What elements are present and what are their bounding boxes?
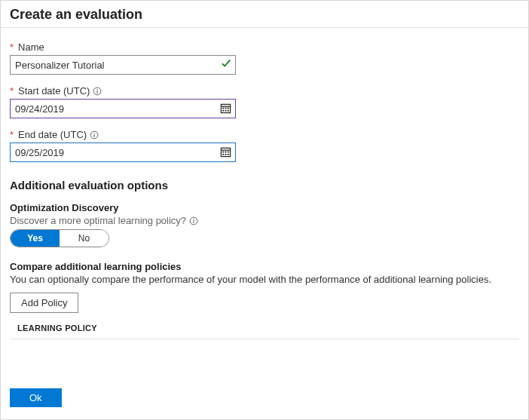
optimization-toggle[interactable]: Yes No xyxy=(10,229,109,247)
panel-body: * Name * Start date (UTC) xyxy=(1,28,528,348)
svg-rect-9 xyxy=(225,110,227,112)
svg-rect-17 xyxy=(225,152,227,153)
svg-rect-20 xyxy=(225,154,227,155)
svg-rect-5 xyxy=(222,108,224,109)
svg-rect-8 xyxy=(222,110,224,112)
svg-rect-16 xyxy=(222,152,224,153)
name-label-row: * Name xyxy=(10,41,519,53)
end-date-input-wrap xyxy=(10,143,236,162)
field-end-date: * End date (UTC) xyxy=(10,129,519,162)
toggle-yes[interactable]: Yes xyxy=(11,230,60,247)
svg-rect-23 xyxy=(194,220,194,223)
ok-button[interactable]: Ok xyxy=(10,388,62,407)
optimization-discovery-desc: Discover a more optimal learning policy? xyxy=(10,215,186,226)
compare-policies-desc: You can optionally compare the performan… xyxy=(10,274,519,285)
svg-rect-21 xyxy=(228,154,229,155)
svg-rect-10 xyxy=(228,110,229,112)
required-star-icon: * xyxy=(10,41,14,53)
info-icon[interactable] xyxy=(90,130,99,139)
compare-policies-heading: Compare additional learning policies xyxy=(10,261,519,272)
info-icon[interactable] xyxy=(93,87,102,96)
calendar-icon[interactable] xyxy=(220,146,231,160)
svg-rect-2 xyxy=(97,89,98,90)
required-star-icon: * xyxy=(10,129,14,140)
start-date-label-row: * Start date (UTC) xyxy=(10,85,519,97)
name-input[interactable] xyxy=(10,55,236,75)
name-label: Name xyxy=(18,41,44,53)
name-input-wrap xyxy=(10,55,236,75)
panel-title: Create an evaluation xyxy=(10,7,519,23)
svg-rect-18 xyxy=(228,152,229,153)
svg-rect-24 xyxy=(194,219,194,219)
panel-footer: Ok xyxy=(10,388,62,407)
start-date-input[interactable] xyxy=(10,99,236,118)
optimization-discovery-heading: Optimization Discovery xyxy=(10,202,519,213)
svg-rect-7 xyxy=(228,108,229,109)
end-date-label: End date (UTC) xyxy=(18,129,87,140)
additional-options-heading: Additional evaluation options xyxy=(10,179,519,192)
toggle-no[interactable]: No xyxy=(60,230,109,247)
panel-header: Create an evaluation xyxy=(1,1,528,28)
svg-rect-13 xyxy=(94,133,95,133)
svg-rect-1 xyxy=(97,90,98,94)
field-start-date: * Start date (UTC) xyxy=(10,85,519,118)
start-date-label: Start date (UTC) xyxy=(18,85,90,97)
info-icon[interactable] xyxy=(189,216,198,225)
add-policy-button[interactable]: Add Policy xyxy=(10,293,78,313)
end-date-input[interactable] xyxy=(10,143,236,162)
optimization-discovery-desc-row: Discover a more optimal learning policy? xyxy=(10,215,519,226)
required-star-icon: * xyxy=(10,85,14,97)
svg-rect-12 xyxy=(94,134,95,137)
calendar-icon[interactable] xyxy=(220,103,231,116)
start-date-input-wrap xyxy=(10,99,236,118)
end-date-label-row: * End date (UTC) xyxy=(10,129,519,140)
field-name: * Name xyxy=(10,41,519,75)
svg-rect-6 xyxy=(225,108,227,109)
learning-policy-column-header: LEARNING POLICY xyxy=(10,323,519,339)
svg-rect-19 xyxy=(222,154,224,155)
create-evaluation-panel: Create an evaluation * Name * Start date… xyxy=(0,0,529,420)
